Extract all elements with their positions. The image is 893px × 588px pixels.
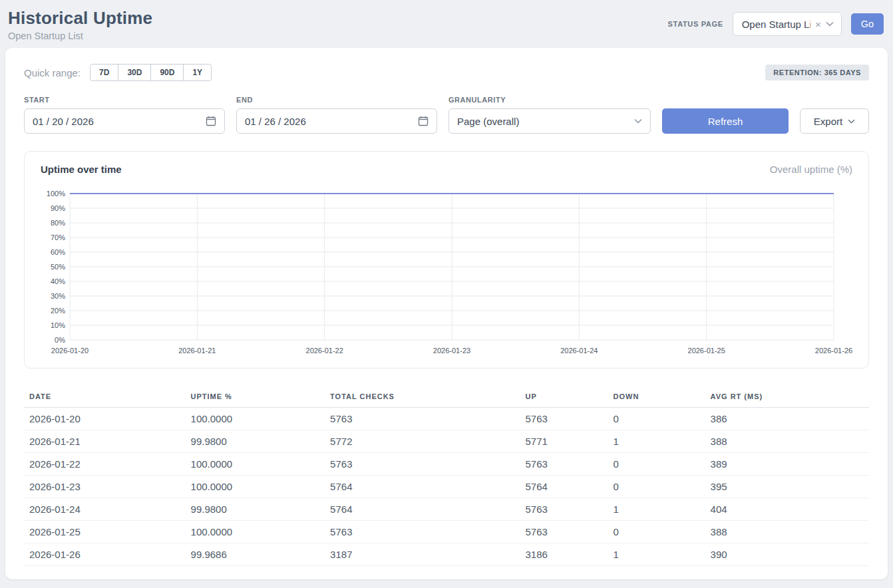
- column-header: TOTAL CHECKS: [325, 386, 520, 408]
- start-date-field: START 01 / 20 / 2026: [24, 96, 225, 134]
- end-date-input[interactable]: 01 / 26 / 2026: [236, 108, 437, 134]
- start-label: START: [24, 96, 225, 104]
- page-title: Historical Uptime: [8, 8, 152, 29]
- granularity-value: Page (overall): [457, 116, 519, 127]
- start-date-input[interactable]: 01 / 20 / 2026: [24, 108, 225, 134]
- svg-text:40%: 40%: [51, 277, 65, 285]
- chart-title: Uptime over time: [41, 164, 122, 175]
- granularity-field: GRANULARITY Page (overall): [448, 96, 651, 134]
- column-header: DOWN: [608, 386, 705, 408]
- table-body: 2026-01-20100.00005763576303862026-01-21…: [24, 408, 869, 566]
- table-cell: 0: [608, 453, 705, 476]
- svg-text:60%: 60%: [51, 248, 65, 256]
- table-cell: 404: [705, 498, 869, 521]
- chevron-down-icon: [826, 21, 834, 27]
- table-cell: 0: [608, 521, 705, 543]
- retention-badge: RETENTION: 365 DAYS: [765, 65, 869, 80]
- quick-range-90d-button[interactable]: 90D: [150, 64, 184, 81]
- table-cell: 5763: [520, 453, 608, 476]
- table-cell: 386: [705, 408, 869, 430]
- table-cell: 1: [608, 498, 705, 521]
- calendar-icon[interactable]: [206, 116, 216, 126]
- table-cell: 390: [705, 543, 869, 566]
- end-date-value: 01 / 26 / 2026: [245, 116, 306, 127]
- table-cell: 3186: [520, 543, 608, 566]
- column-header: DATE: [24, 386, 186, 408]
- table-cell: 3187: [325, 543, 520, 566]
- status-page-value: Open Startup List: [742, 19, 810, 30]
- table-row: 2026-01-2699.9686318731861390: [24, 543, 869, 566]
- start-date-value: 01 / 20 / 2026: [33, 116, 94, 127]
- table-cell: 99.9800: [186, 430, 325, 453]
- table-row: 2026-01-20100.0000576357630386: [24, 408, 869, 430]
- chart-header: Uptime over time Overall uptime (%): [41, 164, 852, 175]
- svg-text:2026-01-21: 2026-01-21: [178, 347, 216, 355]
- table-cell: 1: [608, 543, 705, 566]
- status-page-select[interactable]: Open Startup List ×: [733, 12, 842, 36]
- table-cell: 395: [705, 476, 869, 498]
- calendar-icon[interactable]: [418, 116, 429, 126]
- page-subtitle: Open Startup List: [8, 31, 152, 41]
- chevron-down-icon: [634, 118, 642, 124]
- table-cell: 5763: [520, 498, 608, 521]
- clear-selection-icon[interactable]: ×: [815, 19, 821, 29]
- table-cell: 388: [705, 430, 869, 453]
- quick-range-area: Quick range: 7D30D90D1Y: [24, 64, 212, 81]
- svg-text:2026-01-22: 2026-01-22: [306, 347, 343, 355]
- svg-text:2026-01-24: 2026-01-24: [560, 347, 598, 355]
- topbar-right: STATUS PAGE Open Startup List × Go: [668, 12, 884, 36]
- svg-text:90%: 90%: [51, 204, 65, 212]
- table-row: 2026-01-2499.9800576457631404: [24, 498, 869, 521]
- table-cell: 5763: [325, 521, 520, 543]
- table-cell: 2026-01-24: [24, 498, 186, 521]
- table-header-row: DATEUPTIME %TOTAL CHECKSUPDOWNAVG RT (MS…: [24, 386, 869, 408]
- table-cell: 388: [705, 521, 869, 543]
- svg-text:2026-01-25: 2026-01-25: [688, 347, 725, 355]
- table-cell: 5764: [325, 498, 520, 521]
- table-cell: 0: [608, 408, 705, 430]
- table-cell: 5763: [325, 453, 520, 476]
- table-cell: 5763: [325, 408, 520, 430]
- table-row: 2026-01-25100.0000576357630388: [24, 521, 869, 543]
- svg-text:20%: 20%: [51, 307, 65, 315]
- export-button[interactable]: Export: [800, 108, 869, 134]
- svg-text:80%: 80%: [51, 219, 65, 227]
- svg-text:0%: 0%: [55, 336, 65, 344]
- refresh-button[interactable]: Refresh: [662, 108, 789, 134]
- column-header: UPTIME %: [186, 386, 325, 408]
- chevron-down-icon: [848, 119, 855, 124]
- granularity-label: GRANULARITY: [448, 96, 651, 104]
- chart-legend: Overall uptime (%): [770, 164, 852, 175]
- svg-text:70%: 70%: [51, 233, 65, 241]
- table-cell: 5764: [520, 476, 608, 498]
- table-row: 2026-01-23100.0000576457640395: [24, 476, 869, 498]
- quick-range-30d-button[interactable]: 30D: [118, 64, 151, 81]
- export-button-label: Export: [814, 116, 842, 127]
- end-label: END: [236, 96, 437, 104]
- quick-range-1y-button[interactable]: 1Y: [183, 64, 212, 81]
- filters-row: START 01 / 20 / 2026 END 01 / 26 / 2026 …: [24, 96, 869, 134]
- svg-text:30%: 30%: [51, 292, 65, 300]
- table-cell: 2026-01-22: [24, 453, 186, 476]
- table-cell: 0: [608, 476, 705, 498]
- svg-text:2026-01-26: 2026-01-26: [815, 347, 852, 355]
- table-cell: 1: [608, 430, 705, 453]
- granularity-select[interactable]: Page (overall): [448, 108, 651, 134]
- table-cell: 2026-01-21: [24, 430, 186, 453]
- table-cell: 100.0000: [186, 521, 325, 543]
- table-cell: 5763: [520, 521, 608, 543]
- table-cell: 100.0000: [186, 408, 325, 430]
- quick-range-row: Quick range: 7D30D90D1Y RETENTION: 365 D…: [24, 64, 869, 81]
- title-block: Historical Uptime Open Startup List: [8, 8, 152, 41]
- table-cell: 2026-01-25: [24, 521, 186, 543]
- table-cell: 389: [705, 453, 869, 476]
- table-cell: 2026-01-26: [24, 543, 186, 566]
- go-button[interactable]: Go: [851, 13, 884, 35]
- column-header: UP: [520, 386, 608, 408]
- table-cell: 5763: [520, 408, 608, 430]
- svg-text:2026-01-20: 2026-01-20: [51, 347, 89, 355]
- chart-card: Uptime over time Overall uptime (%) 0%10…: [24, 151, 869, 368]
- table-cell: 100.0000: [186, 476, 325, 498]
- table-cell: 2026-01-23: [24, 476, 186, 498]
- quick-range-7d-button[interactable]: 7D: [90, 64, 118, 81]
